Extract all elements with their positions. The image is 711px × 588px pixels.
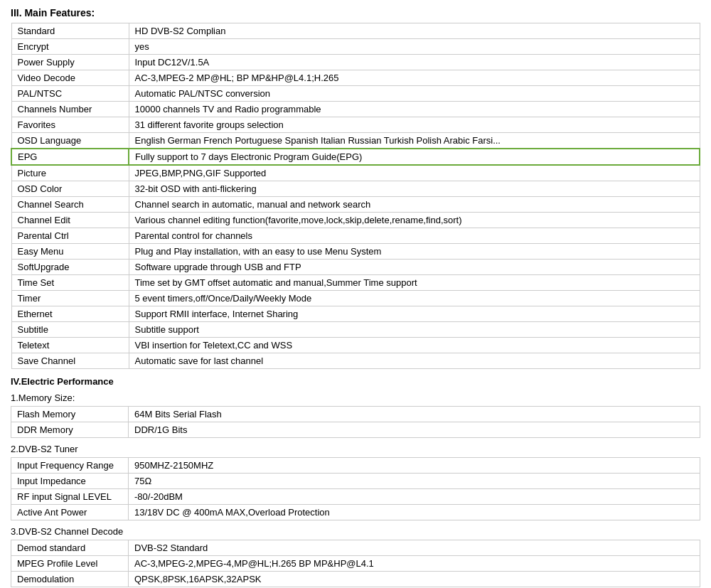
table-row: Save Channel Automatic save for last cha… xyxy=(11,353,700,369)
row-label: Video Decode xyxy=(11,70,129,86)
table-row: Demodulation QPSK,8PSK,16APSK,32APSK xyxy=(11,572,700,587)
table-row: Demod standard DVB-S2 Standard xyxy=(11,540,700,556)
row-label: RF input Signal LEVEL xyxy=(11,489,129,505)
row-value: Various channel editing function(favorit… xyxy=(129,213,700,228)
table-row: Power Supply Input DC12V/1.5A xyxy=(11,55,700,70)
row-value: 950MHZ-2150MHZ xyxy=(129,458,700,474)
table-row: RF input Signal LEVEL -80/-20dBM xyxy=(11,489,700,505)
row-label: PAL/NTSC xyxy=(11,86,129,102)
row-value: English German French Portuguese Spanish… xyxy=(129,133,700,149)
dvbs2-tuner-label: 2.DVB-S2 Tuner xyxy=(11,444,700,454)
row-label: Easy Menu xyxy=(11,244,129,260)
memory-size-label: 1.Memory Size: xyxy=(11,392,700,403)
row-value: Automatic save for last channel xyxy=(129,353,700,369)
table-row: Input Frequency Range 950MHZ-2150MHZ xyxy=(11,458,700,474)
row-value: Input DC12V/1.5A xyxy=(129,55,700,70)
memory-size-table: Flash Memory 64M Bits Serial Flash DDR M… xyxy=(11,406,700,438)
row-label: Parental Ctrl xyxy=(11,228,129,244)
row-label: Demodulation xyxy=(11,572,129,587)
row-value: Fully support to 7 days Electronic Progr… xyxy=(129,149,700,165)
table-row: OSD Color 32-bit OSD with anti-flickerin… xyxy=(11,181,700,197)
row-value: AC-3,MPEG-2,MPEG-4,MP@HL;H.265 BP MP&HP@… xyxy=(129,556,700,572)
row-label: SoftUpgrade xyxy=(11,260,129,275)
row-label: Channel Search xyxy=(11,197,129,213)
row-value: VBI insertion for Teletext,CC and WSS xyxy=(129,338,700,353)
row-label: Favorites xyxy=(11,117,129,133)
main-features-table: Standard HD DVB-S2 Complian Encrypt yes … xyxy=(11,23,700,369)
table-row: EPG Fully support to 7 days Electronic P… xyxy=(11,149,700,165)
row-value: yes xyxy=(129,39,700,55)
row-value: 32-bit OSD with anti-flickering xyxy=(129,181,700,197)
table-row: Teletext VBI insertion for Teletext,CC a… xyxy=(11,338,700,353)
row-label: OSD Language xyxy=(11,133,129,149)
table-row: DDR Memory DDR/1G Bits xyxy=(11,422,700,438)
main-features-title: III. Main Features: xyxy=(11,7,700,18)
table-row: Channel Search Channel search in automat… xyxy=(11,197,700,213)
table-row: SoftUpgrade Software upgrade through USB… xyxy=(11,260,700,275)
table-row: Standard HD DVB-S2 Complian xyxy=(11,23,700,39)
row-label: Active Ant Power xyxy=(11,505,129,520)
row-label: Input Frequency Range xyxy=(11,458,129,474)
table-row: OSD Language English German French Portu… xyxy=(11,133,700,149)
row-value: DDR/1G Bits xyxy=(129,422,700,438)
table-row: Encrypt yes xyxy=(11,39,700,55)
row-value: 75Ω xyxy=(129,474,700,489)
row-label: Ethernet xyxy=(11,306,129,322)
row-value: 31 different favorite groups selection xyxy=(129,117,700,133)
table-row: Channels Number 10000 channels TV and Ra… xyxy=(11,102,700,117)
row-value: Software upgrade through USB and FTP xyxy=(129,260,700,275)
row-label: Save Channel xyxy=(11,353,129,369)
dvbs2-tuner-table: Input Frequency Range 950MHZ-2150MHZ Inp… xyxy=(11,457,700,520)
electric-performance-title: IV.Electric Performance xyxy=(11,376,700,387)
table-row: PAL/NTSC Automatic PAL/NTSC conversion xyxy=(11,86,700,102)
row-value: 10000 channels TV and Radio programmable xyxy=(129,102,700,117)
row-label: Subtitle xyxy=(11,322,129,338)
row-value: JPEG,BMP,PNG,GIF Supported xyxy=(129,165,700,181)
row-label: Timer xyxy=(11,291,129,306)
row-value: Support RMII interface, Internet Sharing xyxy=(129,306,700,322)
row-label: MPEG Profile Level xyxy=(11,556,129,572)
row-label: EPG xyxy=(11,149,129,165)
dvbs2-channel-table: Demod standard DVB-S2 Standard MPEG Prof… xyxy=(11,540,700,587)
row-label: Encrypt xyxy=(11,39,129,55)
table-row: Ethernet Support RMII interface, Interne… xyxy=(11,306,700,322)
table-row: Time Set Time set by GMT offset automati… xyxy=(11,275,700,291)
row-label: Power Supply xyxy=(11,55,129,70)
table-row: MPEG Profile Level AC-3,MPEG-2,MPEG-4,MP… xyxy=(11,556,700,572)
row-value: AC-3,MPEG-2 MP@HL; BP MP&HP@L4.1;H.265 xyxy=(129,70,700,86)
row-value: 13/18V DC @ 400mA MAX,Overload Protectio… xyxy=(129,505,700,520)
row-label: Channel Edit xyxy=(11,213,129,228)
row-value: Parental control for channels xyxy=(129,228,700,244)
row-value: 5 event timers,off/Once/Daily/Weekly Mod… xyxy=(129,291,700,306)
row-value: Plug and Play installation, with an easy… xyxy=(129,244,700,260)
table-row: Video Decode AC-3,MPEG-2 MP@HL; BP MP&HP… xyxy=(11,70,700,86)
row-value: Channel search in automatic, manual and … xyxy=(129,197,700,213)
row-label: Standard xyxy=(11,23,129,39)
table-row: Picture JPEG,BMP,PNG,GIF Supported xyxy=(11,165,700,181)
table-row: Flash Memory 64M Bits Serial Flash xyxy=(11,407,700,422)
row-value: QPSK,8PSK,16APSK,32APSK xyxy=(129,572,700,587)
table-row: Input Impedance 75Ω xyxy=(11,474,700,489)
row-label: Channels Number xyxy=(11,102,129,117)
row-value: DVB-S2 Standard xyxy=(129,540,700,556)
table-row: Favorites 31 different favorite groups s… xyxy=(11,117,700,133)
row-value: Automatic PAL/NTSC conversion xyxy=(129,86,700,102)
row-label: Flash Memory xyxy=(11,407,129,422)
row-label: Picture xyxy=(11,165,129,181)
row-value: Subtitle support xyxy=(129,322,700,338)
table-row: Subtitle Subtitle support xyxy=(11,322,700,338)
row-value: -80/-20dBM xyxy=(129,489,700,505)
row-value: 64M Bits Serial Flash xyxy=(129,407,700,422)
table-row: Active Ant Power 13/18V DC @ 400mA MAX,O… xyxy=(11,505,700,520)
row-value: Time set by GMT offset automatic and man… xyxy=(129,275,700,291)
row-label: Time Set xyxy=(11,275,129,291)
dvbs2-channel-label: 3.DVB-S2 Channel Decode xyxy=(11,526,700,537)
row-value: HD DVB-S2 Complian xyxy=(129,23,700,39)
row-label: DDR Memory xyxy=(11,422,129,438)
table-row: Channel Edit Various channel editing fun… xyxy=(11,213,700,228)
table-row: Parental Ctrl Parental control for chann… xyxy=(11,228,700,244)
table-row: Easy Menu Plug and Play installation, wi… xyxy=(11,244,700,260)
row-label: Teletext xyxy=(11,338,129,353)
row-label: Input Impedance xyxy=(11,474,129,489)
row-label: Demod standard xyxy=(11,540,129,556)
